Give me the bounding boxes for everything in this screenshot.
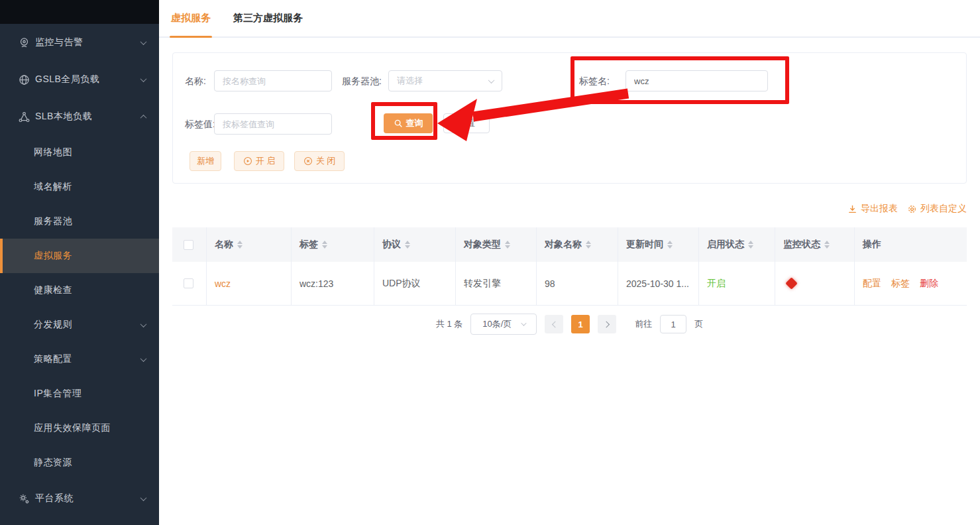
- column-label: 协议: [382, 239, 401, 251]
- customize-columns-link[interactable]: 列表自定义: [907, 203, 967, 215]
- header-cell-标签: 标签: [292, 227, 374, 262]
- sidebar-item-健康检查[interactable]: 健康检查: [0, 273, 159, 308]
- add-button[interactable]: 新增: [190, 151, 221, 171]
- table-row: wcz wcz:123 UDP协议 转发引擎 98 2025-10-30 1..…: [172, 262, 967, 306]
- row-checkbox[interactable]: [184, 278, 193, 288]
- export-report-link[interactable]: 导出报表: [847, 203, 898, 215]
- row-name-link[interactable]: wcz: [215, 278, 231, 289]
- name-filter-label: 名称:: [185, 70, 206, 91]
- column-label: 标签: [299, 239, 318, 251]
- sidebar-item-服务器池[interactable]: 服务器池: [0, 204, 159, 239]
- sidebar-item-域名解析[interactable]: 域名解析: [0, 170, 159, 204]
- tab-第三方虚拟服务[interactable]: 第三方虚拟服务: [233, 0, 303, 36]
- tabbar: 虚拟服务第三方虚拟服务: [159, 0, 980, 38]
- cell-protocol: UDP协议: [374, 262, 456, 305]
- sidebar-item-GSLB全局负载[interactable]: GSLB全局负载: [0, 61, 159, 98]
- sort-icon[interactable]: [322, 241, 327, 249]
- sidebar-item-label: 服务器池: [34, 215, 72, 227]
- prev-page-button[interactable]: [545, 315, 563, 333]
- chevron-down-icon: [140, 38, 147, 45]
- column-label: 对象类型: [464, 239, 501, 251]
- sidebar-item-label: SLB本地负载: [35, 111, 92, 123]
- sort-icon[interactable]: [405, 241, 410, 249]
- cell-updated: 2025-10-30 1...: [618, 262, 699, 305]
- row-checkbox-cell: [172, 262, 207, 305]
- goto-page-input[interactable]: [660, 315, 686, 333]
- tag-value-filter-input[interactable]: [214, 113, 332, 135]
- main-content: 虚拟服务第三方虚拟服务 名称: 服务器池: 请选择 标签名: 标签值: 查询 重…: [159, 0, 980, 525]
- sidebar-item-IP集合管理[interactable]: IP集合管理: [0, 377, 159, 411]
- chevron-up-icon: [140, 114, 147, 121]
- row-action-配置[interactable]: 配置: [863, 278, 881, 290]
- header-cell-监控状态: 监控状态: [775, 227, 855, 262]
- next-page-button[interactable]: [598, 315, 616, 333]
- chevron-down-icon: [140, 355, 147, 362]
- chevron-right-icon: [603, 321, 610, 327]
- network-icon: [18, 111, 30, 123]
- sidebar-item-虚拟服务[interactable]: 虚拟服务: [0, 239, 159, 273]
- sidebar-item-SLB本地负载[interactable]: SLB本地负载: [0, 98, 159, 135]
- sort-icon[interactable]: [237, 241, 243, 249]
- download-icon: [847, 204, 857, 214]
- cell-object-name: 98: [537, 262, 618, 305]
- sidebar-item-策略配置[interactable]: 策略配置: [0, 342, 159, 377]
- sort-icon[interactable]: [748, 241, 753, 249]
- sidebar-item-label: 监控与告警: [35, 36, 83, 48]
- header-cell-操作: 操作: [855, 227, 967, 262]
- play-circle-icon: [243, 156, 252, 166]
- sidebar: 监控与告警GSLB全局负载SLB本地负载网络地图域名解析服务器池虚拟服务健康检查…: [0, 0, 159, 525]
- sidebar-item-label: GSLB全局负载: [35, 74, 99, 86]
- tag-name-filter-label: 标签名:: [579, 70, 610, 91]
- sidebar-item-分发规则[interactable]: 分发规则: [0, 308, 159, 342]
- sidebar-item-label: IP集合管理: [34, 388, 82, 400]
- select-all-checkbox[interactable]: [184, 240, 193, 250]
- name-filter-input[interactable]: [214, 70, 332, 91]
- sort-icon[interactable]: [824, 241, 830, 249]
- monitor-icon: [18, 36, 30, 49]
- sidebar-item-label: 平台系统: [35, 493, 74, 504]
- row-action-删除[interactable]: 删除: [920, 278, 938, 290]
- header-cell-启用状态: 启用状态: [699, 227, 775, 262]
- tab-虚拟服务[interactable]: 虚拟服务: [171, 0, 211, 36]
- sidebar-item-label: 虚拟服务: [34, 250, 72, 262]
- enable-button[interactable]: 开 启: [234, 151, 284, 171]
- goto-label: 前往: [635, 318, 652, 330]
- sidebar-item-应用失效保障页面[interactable]: 应用失效保障页面: [0, 411, 159, 445]
- tag-name-filter-input[interactable]: [626, 70, 768, 91]
- search-button[interactable]: 查询: [384, 113, 433, 133]
- search-icon: [394, 119, 403, 128]
- cell-enabled-status: 开启: [699, 262, 775, 305]
- pool-filter-select[interactable]: 请选择: [388, 70, 502, 91]
- close-circle-icon: [303, 156, 313, 166]
- table-body: wcz wcz:123 UDP协议 转发引擎 98 2025-10-30 1..…: [172, 262, 967, 306]
- sidebar-item-监控与告警[interactable]: 监控与告警: [0, 24, 159, 61]
- sort-icon[interactable]: [667, 241, 673, 249]
- column-label: 名称: [215, 239, 233, 251]
- sidebar-item-静态资源[interactable]: 静态资源: [0, 445, 159, 480]
- disable-button[interactable]: 关 闭: [294, 151, 345, 171]
- gear-icon: [907, 204, 917, 214]
- header-cell-对象类型: 对象类型: [456, 227, 537, 262]
- sidebar-item-平台系统[interactable]: 平台系统: [0, 480, 159, 517]
- globe-icon: [18, 74, 30, 86]
- row-action-标签[interactable]: 标签: [891, 278, 910, 290]
- page-size-select[interactable]: 10条/页: [470, 314, 537, 335]
- sidebar-item-label: 网络地图: [34, 146, 72, 158]
- table-header-row: 名称标签协议对象类型对象名称更新时间启用状态监控状态操作: [172, 227, 967, 262]
- header-checkbox-cell: [172, 227, 207, 262]
- sidebar-item-label: 静态资源: [34, 457, 72, 469]
- column-label: 启用状态: [707, 239, 744, 251]
- sidebar-item-网络地图[interactable]: 网络地图: [0, 135, 159, 170]
- cell-tag: wcz:123: [292, 262, 374, 305]
- table-toolbar: 导出报表 列表自定义: [847, 203, 967, 215]
- chevron-down-icon: [521, 320, 526, 325]
- column-label: 操作: [863, 239, 881, 251]
- reset-button[interactable]: 重置: [443, 113, 490, 133]
- sidebar-logo-area: [0, 0, 159, 24]
- sidebar-menu: 监控与告警GSLB全局负载SLB本地负载网络地图域名解析服务器池虚拟服务健康检查…: [0, 24, 159, 517]
- page-number-button[interactable]: 1: [571, 315, 590, 333]
- sort-icon[interactable]: [586, 241, 591, 249]
- chevron-left-icon: [552, 321, 559, 327]
- sort-icon[interactable]: [505, 241, 510, 249]
- column-label: 监控状态: [783, 239, 820, 251]
